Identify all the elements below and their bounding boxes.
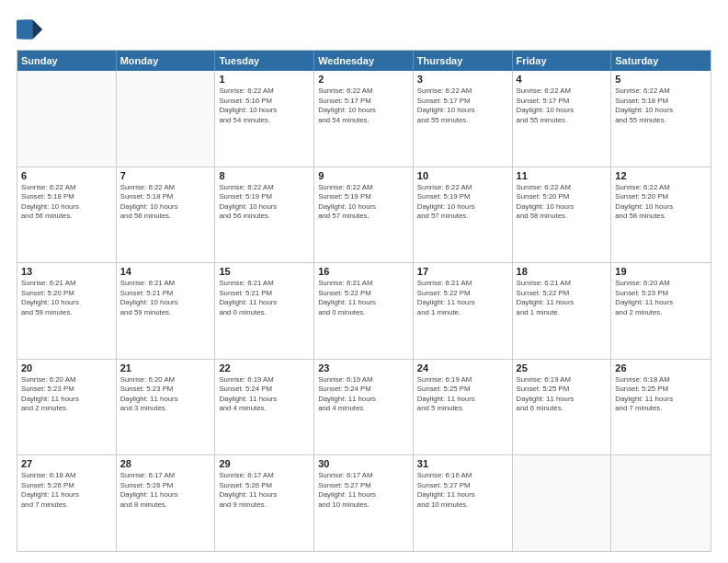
day-info: Sunrise: 6:19 AM Sunset: 5:24 PM Dayligh…: [318, 375, 409, 414]
calendar-cell: 28Sunrise: 6:17 AM Sunset: 5:26 PM Dayli…: [117, 455, 216, 551]
day-number: 27: [21, 458, 112, 469]
weekday-header: Saturday: [611, 51, 711, 71]
day-number: 11: [517, 170, 608, 181]
day-number: 5: [615, 74, 707, 85]
header: [17, 17, 711, 42]
day-number: 12: [615, 170, 707, 181]
weekday-header: Sunday: [17, 51, 117, 71]
day-number: 9: [318, 170, 409, 181]
day-info: Sunrise: 6:17 AM Sunset: 5:27 PM Dayligh…: [318, 471, 409, 510]
day-number: 8: [219, 170, 310, 181]
day-info: Sunrise: 6:20 AM Sunset: 5:23 PM Dayligh…: [615, 279, 707, 317]
day-number: 2: [318, 74, 409, 85]
calendar-cell: 16Sunrise: 6:21 AM Sunset: 5:22 PM Dayli…: [314, 263, 414, 359]
day-info: Sunrise: 6:22 AM Sunset: 5:16 PM Dayligh…: [219, 86, 310, 125]
calendar-cell: 9Sunrise: 6:22 AM Sunset: 5:19 PM Daylig…: [314, 167, 414, 263]
day-number: 31: [417, 458, 508, 469]
calendar-cell: 7Sunrise: 6:22 AM Sunset: 5:18 PM Daylig…: [117, 167, 216, 263]
day-info: Sunrise: 6:21 AM Sunset: 5:21 PM Dayligh…: [120, 279, 211, 317]
calendar-cell: 6Sunrise: 6:22 AM Sunset: 5:18 PM Daylig…: [17, 167, 117, 263]
day-number: 13: [21, 266, 112, 277]
calendar-cell: 4Sunrise: 6:22 AM Sunset: 5:17 PM Daylig…: [513, 71, 612, 167]
day-number: 16: [318, 266, 409, 277]
calendar-cell: 21Sunrise: 6:20 AM Sunset: 5:23 PM Dayli…: [117, 360, 216, 455]
day-info: Sunrise: 6:18 AM Sunset: 5:25 PM Dayligh…: [615, 375, 707, 414]
weekday-header: Tuesday: [215, 51, 314, 71]
day-info: Sunrise: 6:22 AM Sunset: 5:20 PM Dayligh…: [615, 183, 707, 222]
calendar-cell: 8Sunrise: 6:22 AM Sunset: 5:19 PM Daylig…: [215, 167, 314, 263]
day-number: 15: [219, 266, 310, 277]
day-number: 10: [417, 170, 508, 181]
calendar-cell: 5Sunrise: 6:22 AM Sunset: 5:18 PM Daylig…: [611, 71, 711, 167]
day-number: 21: [120, 362, 211, 373]
calendar-cell: [17, 71, 117, 167]
day-number: 24: [417, 362, 508, 373]
calendar-cell: 2Sunrise: 6:22 AM Sunset: 5:17 PM Daylig…: [314, 71, 414, 167]
day-info: Sunrise: 6:22 AM Sunset: 5:20 PM Dayligh…: [517, 183, 608, 222]
day-info: Sunrise: 6:19 AM Sunset: 5:25 PM Dayligh…: [517, 375, 608, 414]
calendar-row: 6Sunrise: 6:22 AM Sunset: 5:18 PM Daylig…: [17, 167, 711, 263]
calendar-cell: 15Sunrise: 6:21 AM Sunset: 5:21 PM Dayli…: [215, 263, 314, 359]
day-info: Sunrise: 6:22 AM Sunset: 5:17 PM Dayligh…: [318, 86, 409, 125]
calendar-cell: 19Sunrise: 6:20 AM Sunset: 5:23 PM Dayli…: [611, 263, 711, 359]
day-number: 23: [318, 362, 409, 373]
day-number: 18: [517, 266, 608, 277]
calendar-cell: 31Sunrise: 6:16 AM Sunset: 5:27 PM Dayli…: [414, 455, 513, 551]
calendar-cell: 17Sunrise: 6:21 AM Sunset: 5:22 PM Dayli…: [414, 263, 513, 359]
day-info: Sunrise: 6:22 AM Sunset: 5:18 PM Dayligh…: [21, 183, 112, 222]
calendar-header-row: SundayMondayTuesdayWednesdayThursdayFrid…: [17, 51, 711, 71]
calendar-row: 13Sunrise: 6:21 AM Sunset: 5:20 PM Dayli…: [17, 262, 711, 359]
day-info: Sunrise: 6:22 AM Sunset: 5:19 PM Dayligh…: [219, 183, 310, 222]
calendar-cell: 24Sunrise: 6:19 AM Sunset: 5:25 PM Dayli…: [414, 360, 513, 455]
calendar-cell: 13Sunrise: 6:21 AM Sunset: 5:20 PM Dayli…: [17, 263, 117, 359]
calendar-cell: 14Sunrise: 6:21 AM Sunset: 5:21 PM Dayli…: [117, 263, 216, 359]
day-info: Sunrise: 6:19 AM Sunset: 5:25 PM Dayligh…: [417, 375, 508, 414]
day-number: 7: [120, 170, 211, 181]
day-number: 28: [120, 458, 211, 469]
day-info: Sunrise: 6:22 AM Sunset: 5:19 PM Dayligh…: [417, 183, 508, 222]
day-number: 19: [615, 266, 707, 277]
calendar-cell: 29Sunrise: 6:17 AM Sunset: 5:26 PM Dayli…: [215, 455, 314, 551]
day-number: 14: [120, 266, 211, 277]
day-info: Sunrise: 6:17 AM Sunset: 5:26 PM Dayligh…: [219, 471, 310, 510]
weekday-header: Thursday: [414, 51, 513, 71]
day-info: Sunrise: 6:22 AM Sunset: 5:18 PM Dayligh…: [120, 183, 211, 222]
calendar-cell: 11Sunrise: 6:22 AM Sunset: 5:20 PM Dayli…: [513, 167, 612, 263]
day-info: Sunrise: 6:21 AM Sunset: 5:22 PM Dayligh…: [517, 279, 608, 317]
day-info: Sunrise: 6:19 AM Sunset: 5:24 PM Dayligh…: [219, 375, 310, 414]
day-info: Sunrise: 6:20 AM Sunset: 5:23 PM Dayligh…: [120, 375, 211, 414]
day-info: Sunrise: 6:16 AM Sunset: 5:27 PM Dayligh…: [417, 471, 508, 510]
day-number: 1: [219, 74, 310, 85]
logo: [17, 17, 46, 42]
day-number: 26: [615, 362, 707, 373]
calendar-cell: 30Sunrise: 6:17 AM Sunset: 5:27 PM Dayli…: [314, 455, 414, 551]
calendar-cell: [513, 455, 612, 551]
day-number: 29: [219, 458, 310, 469]
calendar-cell: 3Sunrise: 6:22 AM Sunset: 5:17 PM Daylig…: [414, 71, 513, 167]
day-info: Sunrise: 6:18 AM Sunset: 5:26 PM Dayligh…: [21, 471, 112, 510]
calendar-cell: [611, 455, 711, 551]
day-info: Sunrise: 6:21 AM Sunset: 5:21 PM Dayligh…: [219, 279, 310, 317]
calendar-cell: 23Sunrise: 6:19 AM Sunset: 5:24 PM Dayli…: [314, 360, 414, 455]
calendar-cell: 12Sunrise: 6:22 AM Sunset: 5:20 PM Dayli…: [611, 167, 711, 263]
calendar-row: 27Sunrise: 6:18 AM Sunset: 5:26 PM Dayli…: [17, 454, 711, 551]
day-number: 4: [517, 74, 608, 85]
day-info: Sunrise: 6:21 AM Sunset: 5:22 PM Dayligh…: [417, 279, 508, 317]
day-number: 25: [517, 362, 608, 373]
day-info: Sunrise: 6:22 AM Sunset: 5:19 PM Dayligh…: [318, 183, 409, 222]
logo-icon: [17, 17, 42, 42]
day-number: 3: [417, 74, 508, 85]
calendar-cell: [117, 71, 216, 167]
calendar-cell: 18Sunrise: 6:21 AM Sunset: 5:22 PM Dayli…: [513, 263, 612, 359]
calendar-cell: 27Sunrise: 6:18 AM Sunset: 5:26 PM Dayli…: [17, 455, 117, 551]
calendar-cell: 20Sunrise: 6:20 AM Sunset: 5:23 PM Dayli…: [17, 360, 117, 455]
weekday-header: Monday: [117, 51, 216, 71]
calendar-cell: 22Sunrise: 6:19 AM Sunset: 5:24 PM Dayli…: [215, 360, 314, 455]
calendar-cell: 1Sunrise: 6:22 AM Sunset: 5:16 PM Daylig…: [215, 71, 314, 167]
page: SundayMondayTuesdayWednesdayThursdayFrid…: [0, 0, 728, 563]
day-number: 6: [21, 170, 112, 181]
day-info: Sunrise: 6:20 AM Sunset: 5:23 PM Dayligh…: [21, 375, 112, 414]
calendar-cell: 26Sunrise: 6:18 AM Sunset: 5:25 PM Dayli…: [611, 360, 711, 455]
calendar-row: 20Sunrise: 6:20 AM Sunset: 5:23 PM Dayli…: [17, 359, 711, 455]
day-number: 20: [21, 362, 112, 373]
